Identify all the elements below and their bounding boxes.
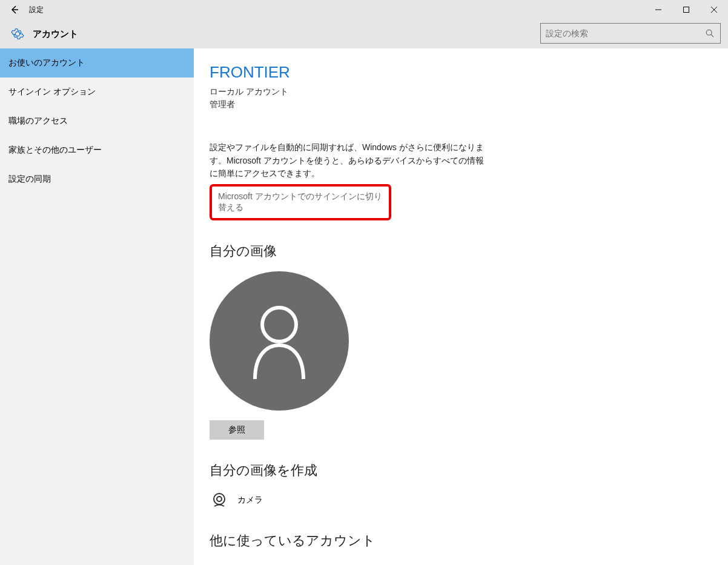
svg-rect-2 (684, 7, 689, 13)
create-picture-title: 自分の画像を作成 (210, 461, 728, 480)
sidebar-item-label: 職場のアクセス (8, 116, 68, 127)
search-icon[interactable] (704, 29, 715, 38)
browse-button-label: 参照 (228, 425, 245, 435)
sync-description: 設定やファイルを自動的に同期すれば、Windows がさらに便利になります。Mi… (210, 141, 488, 180)
search-input[interactable] (546, 28, 704, 38)
maximize-button[interactable] (672, 0, 700, 19)
user-avatar-icon (246, 302, 313, 380)
close-icon (711, 7, 717, 13)
camera-option[interactable]: カメラ (210, 491, 728, 510)
minimize-button[interactable] (644, 0, 672, 19)
sidebar-item-label: 家族とその他のユーザー (8, 145, 102, 156)
maximize-icon (683, 7, 689, 13)
window-title: 設定 (29, 5, 44, 15)
search-box[interactable] (540, 23, 721, 44)
page-title: アカウント (33, 28, 78, 40)
sidebar-item-label: サインイン オプション (8, 87, 96, 97)
other-accounts-title: 他に使っているアカウント (210, 532, 728, 550)
switch-to-ms-account-link[interactable]: Microsoft アカウントでのサインインに切り替える (218, 191, 382, 212)
settings-gear-icon[interactable] (7, 27, 28, 41)
highlighted-frame: Microsoft アカウントでのサインインに切り替える (210, 184, 391, 220)
sidebar: お使いのアカウント サインイン オプション 職場のアクセス 家族とその他のユーザ… (0, 48, 194, 565)
svg-point-5 (706, 30, 712, 35)
gear-icon (11, 27, 24, 41)
picture-section-title: 自分の画像 (210, 242, 728, 260)
account-display-name: FRONTIER (210, 63, 728, 82)
header: アカウント (0, 19, 728, 48)
sidebar-item-label: お使いのアカウント (8, 58, 85, 68)
svg-point-9 (217, 497, 222, 501)
camera-label: カメラ (237, 495, 263, 506)
camera-icon (210, 491, 229, 510)
back-arrow-icon (10, 5, 19, 15)
back-button[interactable] (0, 0, 29, 19)
content: FRONTIER ローカル アカウント 管理者 設定やファイルを自動的に同期すれ… (194, 48, 728, 565)
titlebar: 設定 (0, 0, 728, 19)
sidebar-item-signin-options[interactable]: サインイン オプション (0, 78, 194, 107)
browse-button[interactable]: 参照 (210, 420, 264, 440)
close-button[interactable] (700, 0, 728, 19)
account-type: ローカル アカウント (210, 85, 728, 98)
svg-point-8 (214, 494, 225, 504)
sidebar-item-label: 設定の同期 (8, 174, 51, 185)
sidebar-item-your-account[interactable]: お使いのアカウント (0, 48, 194, 78)
svg-point-7 (262, 308, 296, 342)
sidebar-item-family-others[interactable]: 家族とその他のユーザー (0, 136, 194, 165)
avatar (210, 271, 349, 411)
window-controls (644, 0, 728, 19)
sidebar-item-work-access[interactable]: 職場のアクセス (0, 107, 194, 136)
account-role: 管理者 (210, 98, 728, 111)
svg-line-6 (711, 35, 713, 37)
minimize-icon (655, 7, 661, 13)
sidebar-item-sync-settings[interactable]: 設定の同期 (0, 165, 194, 194)
